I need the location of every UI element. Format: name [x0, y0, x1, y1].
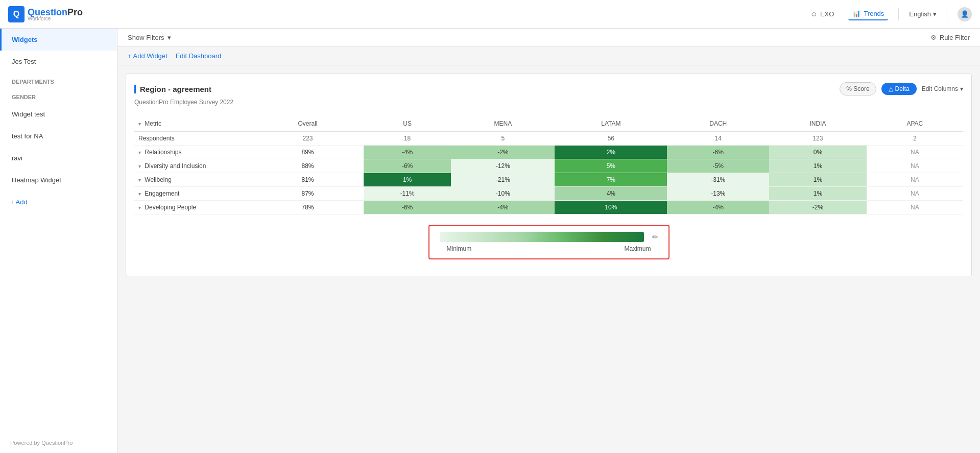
cell-mena: -21% [451, 173, 555, 187]
filter-bar: Show Filters ▾ ⚙ Rule Filter [117, 29, 980, 47]
legend-area: ✏ Minimum Maximum [134, 217, 963, 268]
trends-button[interactable]: 📊 Trends [848, 8, 888, 20]
sidebar-footer: Powered by QuestionPro [0, 433, 117, 453]
logo-icon: Q [8, 6, 25, 22]
sidebar-item-ravi[interactable]: ravi [0, 147, 117, 169]
navbar: Q QuestionPro Workforce ☺ EXO 📊 Trends E… [0, 0, 980, 29]
sidebar-item-test-for-na[interactable]: test for NA [0, 125, 117, 147]
cell-overall: 81% [252, 173, 364, 187]
table-row: Respondents 223 18 5 56 14 123 2 [134, 132, 963, 146]
cell-mena: -4% [451, 201, 555, 214]
delta-label: Delta [895, 85, 910, 92]
table-row: Engagement 87% -11% -10% 4% -13% 1% NA [134, 187, 963, 201]
widget-title: Region - agreement [134, 85, 211, 93]
widget-header: Region - agreement % Score △ Delta Edit … [134, 82, 963, 96]
chevron-down-icon [138, 205, 141, 210]
cell-mena: -12% [451, 159, 555, 173]
edit-columns-button[interactable]: Edit Columns ▾ [922, 85, 963, 92]
col-metric: ▾ Metric [134, 116, 252, 132]
metric-wellbeing: Wellbeing [134, 173, 252, 187]
chevron-down-icon [138, 150, 141, 155]
exo-face-icon: ☺ [810, 10, 817, 18]
table-row: Wellbeing 81% 1% -21% 7% -31% 1% NA [134, 173, 963, 187]
col-india: INDIA [769, 116, 866, 132]
sidebar-item-gender[interactable]: GENDER [0, 88, 117, 103]
table-header-row: ▾ Metric Overall US MENA LATAM DACH INDI… [134, 116, 963, 132]
metric-respondents: Respondents [134, 132, 252, 146]
user-avatar[interactable]: 👤 [958, 7, 972, 21]
sidebar-item-jes-test[interactable]: Jes Test [0, 51, 117, 73]
col-overall: Overall [252, 116, 364, 132]
col-us: US [364, 116, 451, 132]
cell-india: 1% [769, 187, 866, 201]
sidebar-item-heatmap-widget[interactable]: Heatmap Widget [0, 169, 117, 191]
cell-us: -11% [364, 187, 451, 201]
app-layout: Widgets Jes Test DEPARTMENTS GENDER Widg… [0, 29, 980, 453]
sidebar-item-widgets[interactable]: Widgets [0, 29, 117, 51]
sidebar-item-departments[interactable]: DEPARTMENTS [0, 73, 117, 88]
cell-apac: NA [867, 173, 963, 187]
delta-button[interactable]: △ Delta [881, 83, 917, 95]
nav-divider-2 [947, 8, 947, 20]
cell-latam: 5% [555, 159, 667, 173]
cell-overall: 87% [252, 187, 364, 201]
table-row: Diversity and Inclusion 88% -6% -12% 5% … [134, 159, 963, 173]
logo[interactable]: Q QuestionPro Workforce [8, 6, 83, 22]
cell-latam: 2% [555, 146, 667, 159]
cell-apac: NA [867, 159, 963, 173]
widget-survey: QuestionPro Employee Survey 2022 [134, 99, 963, 106]
navbar-right: ☺ EXO 📊 Trends English ▾ 👤 [806, 7, 972, 21]
logo-pro: Pro [67, 7, 83, 17]
table-scroll-wrapper[interactable]: ▾ Metric Overall US MENA LATAM DACH INDI… [134, 111, 963, 214]
cell-mena: -2% [451, 146, 555, 159]
rule-filter-button[interactable]: ⚙ Rule Filter [930, 34, 970, 41]
cell-india: 123 [769, 132, 866, 146]
metric-diversity: Diversity and Inclusion [134, 159, 252, 173]
metric-chevron-icon: ▾ [138, 121, 141, 127]
cell-overall: 89% [252, 146, 364, 159]
cell-latam: 56 [555, 132, 667, 146]
cell-india: 1% [769, 159, 866, 173]
filter-icon: ⚙ [930, 34, 937, 41]
cell-latam: 4% [555, 187, 667, 201]
sidebar-add-button[interactable]: + Add [0, 191, 117, 213]
dashboard-toolbar: + Add Widget Edit Dashboard [117, 47, 980, 65]
cell-apac: NA [867, 146, 963, 159]
show-filters-button[interactable]: Show Filters ▾ [128, 34, 171, 41]
legend-edit-button[interactable]: ✏ [652, 233, 658, 241]
language-selector[interactable]: English ▾ [909, 10, 937, 18]
cell-overall: 88% [252, 159, 364, 173]
exo-label: EXO [820, 10, 834, 18]
cell-us: -6% [364, 159, 451, 173]
heatmap-widget-card: Region - agreement % Score △ Delta Edit … [126, 74, 972, 276]
main-content: Show Filters ▾ ⚙ Rule Filter + Add Widge… [117, 29, 980, 453]
cell-us: 18 [364, 132, 451, 146]
add-widget-button[interactable]: + Add Widget [128, 52, 168, 60]
score-button[interactable]: % Score [840, 82, 876, 96]
col-latam: LATAM [555, 116, 667, 132]
trends-label: Trends [864, 10, 884, 17]
nav-divider [898, 8, 899, 20]
lang-label: English [909, 10, 931, 18]
sidebar-item-widget-test[interactable]: Widget test [0, 103, 117, 125]
chevron-down-icon [138, 163, 141, 169]
chevron-down-icon: ▾ [168, 34, 171, 41]
cell-latam: 7% [555, 173, 667, 187]
cell-apac: NA [867, 187, 963, 201]
cell-dach: 14 [667, 132, 769, 146]
cell-dach: -6% [667, 146, 769, 159]
legend-gradient [440, 232, 644, 242]
cell-us: 1% [364, 173, 451, 187]
edit-dashboard-button[interactable]: Edit Dashboard [176, 52, 222, 60]
exo-button[interactable]: ☺ EXO [806, 8, 839, 20]
cell-india: 1% [769, 173, 866, 187]
cell-dach: -31% [667, 173, 769, 187]
heatmap-table: ▾ Metric Overall US MENA LATAM DACH INDI… [134, 116, 963, 214]
delta-symbol: △ [889, 85, 893, 92]
rule-filter-label: Rule Filter [940, 34, 970, 41]
cell-overall: 223 [252, 132, 364, 146]
chevron-down-icon: ▾ [933, 10, 937, 18]
edit-columns-chevron-icon: ▾ [960, 85, 963, 92]
widget-controls: % Score △ Delta Edit Columns ▾ [840, 82, 963, 96]
user-icon-symbol: 👤 [961, 10, 969, 18]
